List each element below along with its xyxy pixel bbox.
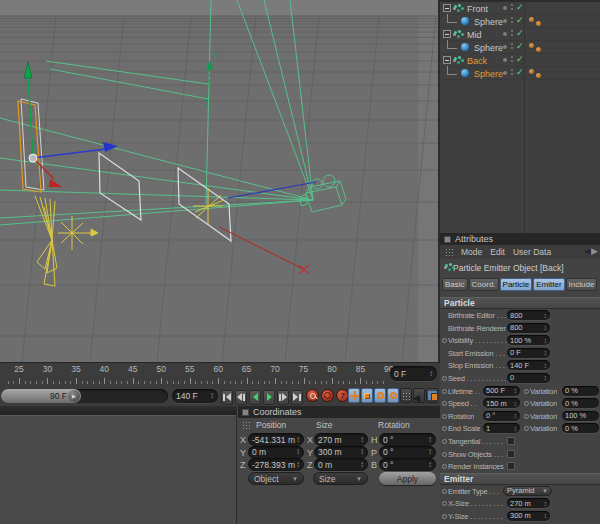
value-field[interactable]: -278.393 m↕ <box>248 458 304 471</box>
anim-dot-icon[interactable] <box>442 514 447 519</box>
prev-frame-button[interactable] <box>235 390 247 405</box>
menu-user-data[interactable]: User Data <box>513 247 551 257</box>
tag-icon[interactable] <box>536 47 541 52</box>
preview-range-active[interactable]: 90 F ▶ <box>1 389 81 403</box>
value-field[interactable]: 0 °↕ <box>379 458 436 471</box>
visibility-dot-icon[interactable] <box>503 71 507 75</box>
range-knob[interactable]: ▶ <box>68 390 80 402</box>
attributes-object-row[interactable]: Particle Emitter Object [Back] <box>440 259 600 276</box>
value-field[interactable]: 140 F↕ <box>507 360 550 370</box>
spinner-icon[interactable]: ↕ <box>544 349 548 356</box>
spinner-icon[interactable]: ↕ <box>428 436 432 444</box>
spinner-icon[interactable]: ↕ <box>544 512 548 519</box>
checkbox[interactable] <box>507 450 515 458</box>
object-label[interactable]: Back <box>467 56 487 66</box>
value-field[interactable]: 0 °↕ <box>379 433 436 446</box>
object-row-sphere[interactable]: Sphere✓ <box>440 67 600 80</box>
tab-include[interactable]: Include <box>566 278 598 291</box>
visibility-dot-icon[interactable] <box>503 19 507 23</box>
position-mode-dropdown[interactable]: Object ▼ <box>248 472 304 485</box>
object-row-front[interactable]: Front✓ <box>440 2 600 15</box>
anim-dot-icon[interactable] <box>442 439 447 444</box>
spinner-icon[interactable]: ↕ <box>544 312 548 319</box>
anim-dot-icon[interactable] <box>524 401 529 406</box>
object-label[interactable]: Sphere <box>474 17 503 27</box>
anim-dot-icon[interactable] <box>442 389 447 394</box>
value-field[interactable]: 0 °↕ <box>483 411 520 421</box>
size-mode-dropdown[interactable]: Size ▼ <box>313 472 368 485</box>
anim-dot-icon[interactable] <box>442 464 447 469</box>
keying-rotation-button[interactable] <box>374 388 386 403</box>
material-manager-pane[interactable] <box>0 406 237 524</box>
value-field[interactable]: 0↕ <box>507 373 550 383</box>
anim-dot-icon[interactable] <box>524 414 529 419</box>
apply-button[interactable]: Apply <box>379 472 436 485</box>
spinner-icon[interactable]: ↕ <box>360 461 364 469</box>
state-dots-icon[interactable] <box>511 69 513 71</box>
object-row-sphere[interactable]: Sphere✓ <box>440 15 600 28</box>
spinner-icon[interactable]: ↕ <box>544 500 548 507</box>
menu-mode[interactable]: Mode <box>461 247 482 257</box>
tag-icon[interactable] <box>536 73 541 78</box>
object-label[interactable]: Mid <box>467 30 482 40</box>
enabled-check-icon[interactable]: ✓ <box>516 15 524 25</box>
visibility-dot-icon[interactable] <box>503 32 507 36</box>
spinner-icon[interactable]: ↕ <box>544 337 548 344</box>
anim-dot-icon[interactable] <box>442 501 447 506</box>
spinner-icon[interactable]: ↕ <box>360 436 364 444</box>
next-frame-button[interactable] <box>277 390 289 405</box>
gizmo-center-handle[interactable] <box>29 154 37 162</box>
spinner-icon[interactable]: ↕ <box>544 324 548 331</box>
visibility-dot-icon[interactable] <box>503 6 507 10</box>
spinner-icon[interactable]: ↕ <box>514 387 518 394</box>
value-field[interactable]: 300 m↕ <box>314 446 368 459</box>
goto-end-button[interactable] <box>291 390 303 405</box>
emitter-type-dropdown[interactable]: Pyramid▼ <box>503 486 552 496</box>
anim-dot-icon[interactable] <box>442 401 447 406</box>
state-dots-icon[interactable] <box>511 30 513 32</box>
value-field[interactable]: 0 m↕ <box>248 446 304 459</box>
value-field[interactable]: 0 °↕ <box>379 446 436 459</box>
coordinates-header[interactable]: Coordinates <box>238 406 440 418</box>
preview-range-slider[interactable]: 90 F ▶ <box>1 389 168 403</box>
history-arrows-icon[interactable]: ◀▶ <box>584 246 598 256</box>
value-field[interactable]: 270 m↕ <box>507 498 550 508</box>
keying-pla-button[interactable] <box>400 388 412 403</box>
value-field[interactable]: 0 % <box>562 386 599 396</box>
anim-dot-icon[interactable] <box>442 376 447 381</box>
value-field[interactable]: 800↕ <box>507 323 550 333</box>
anim-dot-icon[interactable] <box>524 426 529 431</box>
spinner-icon[interactable]: ↕ <box>296 448 300 456</box>
state-dots-icon[interactable] <box>511 43 513 45</box>
spinner-icon[interactable]: ↕ <box>544 362 548 369</box>
max-frame-field[interactable]: 140 F ↕ <box>172 389 218 403</box>
enabled-check-icon[interactable]: ✓ <box>516 54 524 64</box>
value-field[interactable]: 0 F↕ <box>507 348 550 358</box>
tab-coord[interactable]: Coord. <box>469 278 499 291</box>
enabled-check-icon[interactable]: ✓ <box>516 67 524 77</box>
value-field[interactable]: 0 % <box>562 398 599 408</box>
value-field[interactable]: 100 %↕ <box>507 335 550 345</box>
value-field[interactable]: 800↕ <box>507 310 550 320</box>
record-keyframe-button[interactable] <box>306 389 319 402</box>
tab-emitter[interactable]: Emitter <box>533 278 564 291</box>
value-field[interactable]: 300 m↕ <box>507 511 550 521</box>
value-field[interactable]: 0 m↕ <box>314 458 368 471</box>
tag-icon[interactable] <box>536 21 541 26</box>
menu-edit[interactable]: Edit <box>490 247 505 257</box>
spinner-icon[interactable]: ↕ <box>296 461 300 469</box>
goto-start-button[interactable] <box>221 390 233 405</box>
spinner-icon[interactable]: ↕ <box>428 461 432 469</box>
spinner-icon[interactable]: ↕ <box>514 425 518 432</box>
keying-scale-button[interactable] <box>361 388 373 403</box>
anim-dot-icon[interactable] <box>442 452 447 457</box>
current-frame-field[interactable]: 0 F ↕ <box>390 366 437 381</box>
autokeying-button[interactable] <box>321 389 334 402</box>
value-field[interactable]: 500 F↕ <box>483 386 520 396</box>
timeline-ruler[interactable]: 2530354045505560657075808590 <box>0 363 386 386</box>
tag-icon[interactable] <box>529 69 534 74</box>
spinner-icon[interactable]: ↕ <box>360 448 364 456</box>
viewport-canvas[interactable]: Y <box>0 0 438 362</box>
layout-panel-button[interactable] <box>426 388 438 403</box>
tag-icon[interactable] <box>529 43 534 48</box>
